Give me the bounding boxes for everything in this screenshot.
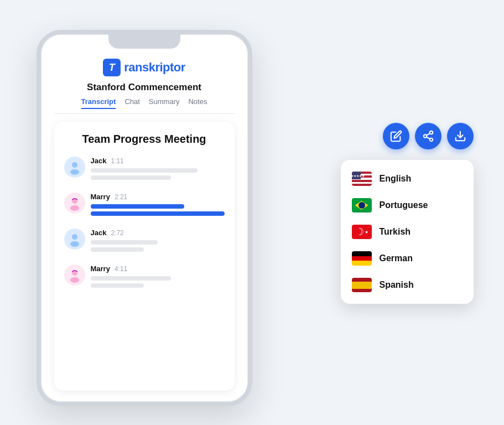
language-item-turkish[interactable]: ☽ ★ Turkish xyxy=(341,219,474,245)
language-item-spanish[interactable]: Spanish xyxy=(341,272,474,298)
language-name-german: German xyxy=(380,253,413,263)
avatar-jack-2 xyxy=(64,229,85,250)
phone-frame: T ranskriptor Stanford Commencement Tran… xyxy=(37,30,252,406)
speaker-row-marry-1: Marry 2:21 xyxy=(64,193,225,219)
speaker-name-time-marry-1: Marry 2:21 xyxy=(91,193,225,201)
speaker-name-jack-2: Jack xyxy=(91,229,107,237)
text-line xyxy=(91,247,144,252)
flag-tr: ☽ ★ xyxy=(352,225,372,239)
logo-icon-letter: T xyxy=(109,62,115,74)
language-item-portuguese[interactable]: Portuguese xyxy=(341,192,474,219)
text-line xyxy=(91,168,198,173)
speaker-name-time-jack-2: Jack 2:72 xyxy=(91,229,225,237)
speaker-info-jack-1: Jack 1:11 xyxy=(91,157,225,183)
speaker-name-jack-1: Jack xyxy=(91,157,107,165)
language-item-german[interactable]: German xyxy=(341,245,474,272)
tab-notes[interactable]: Notes xyxy=(188,97,207,109)
logo-text: ranskriptor xyxy=(124,60,185,75)
text-line xyxy=(91,175,171,180)
svg-line-12 xyxy=(426,133,429,136)
logo-row: T ranskriptor xyxy=(54,59,235,76)
content-card: Team Progress Meeting Jack 1:11 xyxy=(54,122,235,391)
speaker-info-jack-2: Jack 2:72 xyxy=(91,229,225,255)
tab-summary[interactable]: Summary xyxy=(149,97,180,109)
action-buttons-group xyxy=(383,123,474,149)
text-line xyxy=(91,283,144,288)
avatar-jack-1 xyxy=(64,157,85,178)
speaker-info-marry-2: Marry 4:11 xyxy=(91,265,225,291)
download-icon xyxy=(454,130,466,142)
avatar-marry-2 xyxy=(64,265,85,286)
flag-br xyxy=(352,198,372,212)
language-name-portuguese: Portuguese xyxy=(380,200,428,210)
svg-line-11 xyxy=(426,137,429,139)
speaker-row-jack-2: Jack 2:72 xyxy=(64,229,225,255)
language-item-english[interactable]: ★★★★★★ English xyxy=(341,165,474,192)
svg-point-7 xyxy=(70,277,79,283)
text-line-blue xyxy=(91,211,225,216)
language-name-turkish: Turkish xyxy=(380,227,411,237)
edit-button[interactable] xyxy=(383,123,409,149)
tabs-bar: Transcript Chat Summary Notes xyxy=(54,97,235,114)
edit-icon xyxy=(390,130,402,142)
speaker-row-marry-2: Marry 4:11 xyxy=(64,265,225,291)
share-icon xyxy=(422,130,434,142)
flag-es xyxy=(352,278,372,292)
flag-de xyxy=(352,251,372,266)
language-name-spanish: Spanish xyxy=(380,280,414,290)
tab-chat[interactable]: Chat xyxy=(124,97,139,109)
text-line-blue xyxy=(91,204,184,209)
speaker-name-marry-2: Marry xyxy=(91,265,110,273)
svg-point-4 xyxy=(72,234,77,240)
speaker-time-marry-1: 2:21 xyxy=(115,193,127,201)
tab-transcript[interactable]: Transcript xyxy=(81,97,116,109)
svg-point-0 xyxy=(72,162,77,168)
language-panel: ★★★★★★ English Portuguese ☽ xyxy=(341,160,474,304)
speaker-time-jack-2: 2:72 xyxy=(111,229,123,237)
speaker-time-jack-1: 1:11 xyxy=(111,157,123,165)
share-button[interactable] xyxy=(415,123,441,149)
speaker-name-time-jack-1: Jack 1:11 xyxy=(91,157,225,165)
speaker-row-jack-1: Jack 1:11 xyxy=(64,157,225,183)
speaker-name-marry-1: Marry xyxy=(91,193,110,201)
speaker-name-time-marry-2: Marry 4:11 xyxy=(91,265,225,273)
speaker-time-marry-2: 4:11 xyxy=(115,265,127,273)
svg-point-1 xyxy=(70,169,79,175)
text-line xyxy=(91,240,158,245)
avatar-marry-1 xyxy=(64,193,85,214)
logo-icon: T xyxy=(103,59,121,76)
download-button[interactable] xyxy=(447,123,474,149)
flag-us: ★★★★★★ xyxy=(352,172,372,186)
scene: T ranskriptor Stanford Commencement Tran… xyxy=(25,19,479,406)
svg-point-5 xyxy=(70,241,79,247)
meeting-title: Stanford Commencement xyxy=(54,82,235,93)
language-name-english: English xyxy=(380,174,412,184)
svg-point-3 xyxy=(70,205,79,211)
phone-notch xyxy=(108,34,180,49)
text-line xyxy=(91,276,171,281)
card-title: Team Progress Meeting xyxy=(64,133,225,146)
speaker-info-marry-1: Marry 2:21 xyxy=(91,193,225,219)
